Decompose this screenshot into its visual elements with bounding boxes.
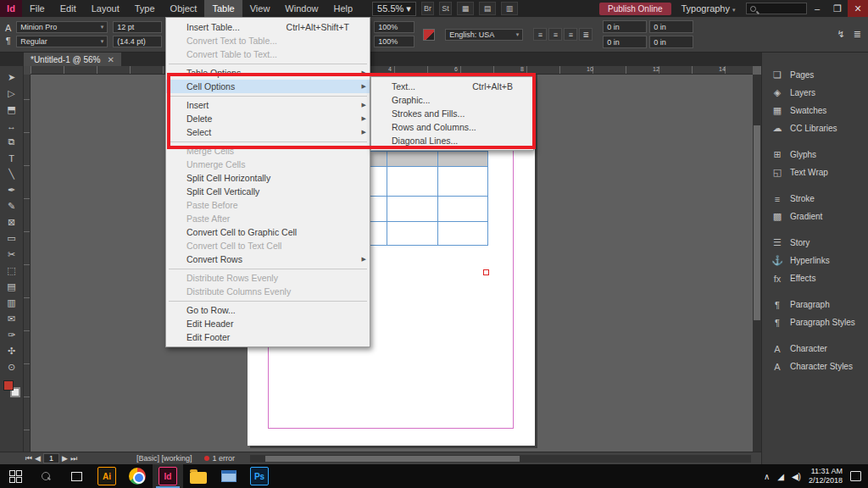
menu-item[interactable]: Delete ▶ [166, 112, 370, 125]
menu-item[interactable]: Split Cell Horizontally ▶ [166, 171, 370, 185]
panel-dock-item[interactable]: A Character Styles [762, 358, 868, 375]
menubar-item[interactable]: File [22, 0, 53, 17]
leading-field[interactable]: (14.4 pt) [113, 36, 162, 47]
direct-selection-tool-icon[interactable]: ▷ [3, 86, 21, 102]
tray-chevron-up-icon[interactable]: ∧ [764, 472, 770, 481]
panel-dock-item[interactable]: A Character [762, 340, 868, 358]
screen-mode-icon[interactable]: ▤ [479, 2, 496, 15]
start-button[interactable] [0, 464, 31, 488]
network-icon[interactable]: ◢ [777, 472, 784, 481]
panel-dock-item[interactable]: ☁ CC Libraries [762, 119, 868, 137]
selection-tool-icon[interactable]: ➤ [3, 69, 21, 86]
pencil-tool-icon[interactable]: ✎ [3, 198, 21, 214]
zoom-tool-icon[interactable]: ⊙ [3, 359, 21, 375]
horizontal-ruler[interactable]: 02468101214 [31, 66, 753, 75]
menubar-item[interactable]: Edit [53, 0, 84, 17]
panel-dock-item[interactable]: fx Effects [762, 269, 868, 287]
scissors-tool-icon[interactable]: ✂ [3, 247, 21, 263]
panel-dock-item[interactable]: ⊞ Glyphs [762, 146, 868, 164]
next-page-button[interactable]: ▶ [62, 454, 68, 463]
vertical-scrollbar[interactable] [753, 75, 761, 452]
indent-field[interactable]: 0 in [603, 20, 647, 33]
page-number-field[interactable]: 1 [43, 453, 59, 463]
taskbar-search-button[interactable] [31, 464, 61, 488]
align-right-icon[interactable]: ≡ [564, 28, 577, 41]
stock-icon[interactable]: St [439, 2, 452, 15]
bridge-icon[interactable]: Br [421, 2, 434, 15]
panel-dock-item[interactable]: ⚓ Hyperlinks [762, 252, 868, 269]
first-page-button[interactable]: ⏮ [25, 454, 32, 463]
taskbar-window-button[interactable] [214, 464, 244, 488]
panel-dock-item[interactable]: ▩ Gradient [762, 208, 868, 225]
close-button[interactable]: ✕ [848, 0, 868, 17]
maximize-button[interactable]: ❐ [827, 0, 848, 17]
horizontal-scrollbar[interactable] [250, 455, 751, 463]
document-tab[interactable]: *Untitled-1 @ 56% ✕ [24, 53, 121, 66]
line-tool-icon[interactable]: ╲ [3, 166, 21, 182]
menubar-item[interactable]: Type [127, 0, 163, 17]
frame-handle[interactable] [483, 269, 489, 275]
panel-dock-item[interactable]: ◱ Text Wrap [762, 164, 868, 181]
gap-tool-icon[interactable]: ↔ [3, 118, 21, 134]
workspace-switcher[interactable]: Typography ▾ [682, 3, 736, 14]
task-view-button[interactable] [61, 464, 92, 488]
search-input[interactable] [746, 3, 807, 14]
free-transform-tool-icon[interactable]: ⬚ [3, 263, 21, 279]
align-center-icon[interactable]: ≡ [548, 28, 562, 41]
horizontal-scale-field[interactable]: 100% [374, 36, 415, 47]
menu-item[interactable]: Convert Rows ▶ [166, 252, 370, 266]
menu-item[interactable]: Go to Row... ▶ [166, 303, 370, 317]
preflight-profile[interactable]: [Basic] [working] [136, 454, 192, 463]
volume-icon[interactable]: ◀) [792, 472, 801, 481]
arrange-documents-icon[interactable]: ▥ [501, 2, 518, 15]
menubar-item[interactable]: View [242, 0, 278, 17]
panel-dock-item[interactable]: ≡ Stroke [762, 190, 868, 208]
close-tab-icon[interactable]: ✕ [107, 55, 114, 64]
last-page-button[interactable]: ⏭ [70, 454, 77, 463]
menubar-item[interactable]: Object [163, 0, 205, 17]
character-formatting-icon[interactable]: A [5, 23, 11, 33]
menu-item[interactable]: Insert ▶ [166, 98, 370, 112]
rectangle-frame-tool-icon[interactable]: ⊠ [3, 214, 21, 230]
menu-item[interactable]: Table Options ▶ [166, 66, 370, 80]
panel-dock-item[interactable]: ☰ Story [762, 234, 868, 252]
ruler-origin[interactable] [24, 66, 31, 75]
taskbar-explorer-button[interactable] [183, 464, 214, 488]
indent-field[interactable]: 0 in [649, 36, 693, 48]
taskbar-illustrator-button[interactable]: Ai [92, 464, 122, 488]
panel-dock-item[interactable]: ¶ Paragraph Styles [762, 313, 868, 331]
rectangle-tool-icon[interactable]: ▭ [3, 230, 21, 247]
indent-field[interactable]: 0 in [603, 36, 647, 48]
paragraph-formatting-icon[interactable]: ¶ [5, 36, 11, 46]
content-collector-tool-icon[interactable]: ⧉ [3, 134, 21, 150]
hand-tool-icon[interactable]: ✣ [3, 343, 21, 359]
justify-icon[interactable]: ≣ [579, 28, 593, 41]
menu-item[interactable]: Cell Options ▶ [166, 80, 370, 93]
menu-item[interactable]: Edit Footer ▶ [166, 330, 370, 344]
submenu-item[interactable]: Diagonal Lines... ▶ [371, 134, 533, 147]
indent-field[interactable]: 0 in [649, 20, 693, 33]
menubar-item[interactable]: Layout [84, 0, 127, 17]
minimize-button[interactable]: – [807, 0, 827, 17]
publish-online-button[interactable]: Publish Online [599, 3, 670, 15]
menubar-item[interactable]: Help [326, 0, 360, 17]
taskbar-photoshop-button[interactable]: Ps [244, 464, 275, 488]
vertical-scrollbar-thumb[interactable] [754, 125, 760, 320]
menu-item[interactable]: Insert Table... Ctrl+Alt+Shift+T ▶ [166, 20, 370, 34]
panel-dock-item[interactable]: ▦ Swatches [762, 102, 868, 119]
vertical-ruler[interactable] [24, 66, 31, 452]
action-center-icon[interactable] [850, 471, 861, 481]
eyedropper-tool-icon[interactable]: ✑ [3, 327, 21, 343]
taskbar-clock[interactable]: 11:31 AM 2/12/2018 [809, 467, 843, 486]
submenu-item[interactable]: Graphic... ▶ [371, 93, 533, 107]
panel-menu-icon[interactable]: ≣ [854, 29, 861, 40]
language-select[interactable]: English: USA▾ [445, 29, 523, 41]
zoom-level-select[interactable]: 55.5% ▾ [372, 2, 416, 16]
preflight-error-status[interactable]: 1 error [204, 454, 236, 463]
font-style-select[interactable]: Regular▾ [16, 36, 108, 47]
panel-dock-item[interactable]: ◈ Layers [762, 84, 868, 102]
submenu-item[interactable]: Rows and Columns... ▶ [371, 120, 533, 134]
menu-item[interactable]: Convert Cell to Graphic Cell ▶ [166, 225, 370, 239]
menu-item[interactable]: Edit Header ▶ [166, 317, 370, 330]
submenu-item[interactable]: Text... Ctrl+Alt+B ▶ [371, 80, 533, 93]
